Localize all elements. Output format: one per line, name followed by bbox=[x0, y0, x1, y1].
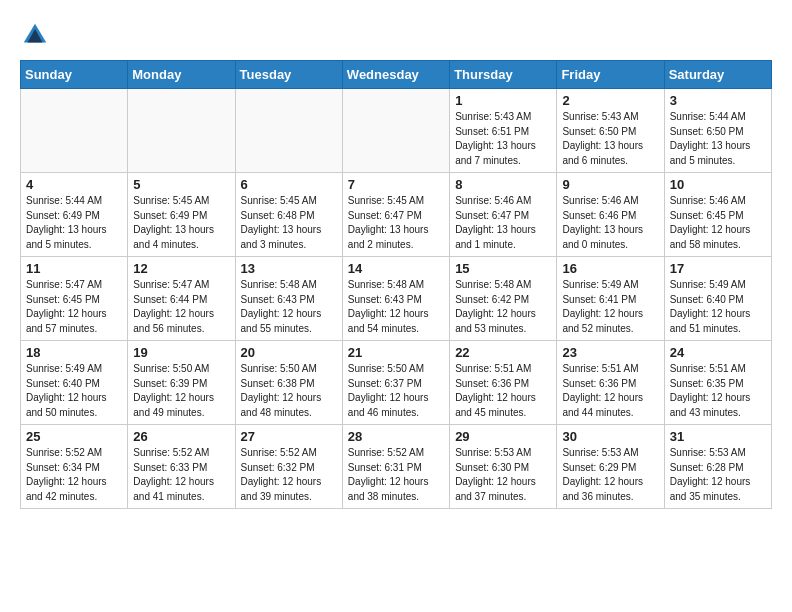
day-number: 6 bbox=[241, 177, 337, 192]
day-info: Sunrise: 5:52 AMSunset: 6:32 PMDaylight:… bbox=[241, 446, 337, 504]
day-number: 30 bbox=[562, 429, 658, 444]
day-number: 9 bbox=[562, 177, 658, 192]
day-info: Sunrise: 5:53 AMSunset: 6:30 PMDaylight:… bbox=[455, 446, 551, 504]
day-info: Sunrise: 5:49 AMSunset: 6:40 PMDaylight:… bbox=[670, 278, 766, 336]
day-number: 28 bbox=[348, 429, 444, 444]
calendar-week-row: 11Sunrise: 5:47 AMSunset: 6:45 PMDayligh… bbox=[21, 257, 772, 341]
day-number: 19 bbox=[133, 345, 229, 360]
day-info: Sunrise: 5:47 AMSunset: 6:44 PMDaylight:… bbox=[133, 278, 229, 336]
calendar-week-row: 18Sunrise: 5:49 AMSunset: 6:40 PMDayligh… bbox=[21, 341, 772, 425]
day-info: Sunrise: 5:47 AMSunset: 6:45 PMDaylight:… bbox=[26, 278, 122, 336]
weekday-header-wednesday: Wednesday bbox=[342, 61, 449, 89]
calendar-cell: 28Sunrise: 5:52 AMSunset: 6:31 PMDayligh… bbox=[342, 425, 449, 509]
day-info: Sunrise: 5:48 AMSunset: 6:43 PMDaylight:… bbox=[348, 278, 444, 336]
header bbox=[20, 20, 772, 50]
calendar-week-row: 25Sunrise: 5:52 AMSunset: 6:34 PMDayligh… bbox=[21, 425, 772, 509]
calendar-cell bbox=[128, 89, 235, 173]
calendar-cell: 21Sunrise: 5:50 AMSunset: 6:37 PMDayligh… bbox=[342, 341, 449, 425]
calendar-cell: 10Sunrise: 5:46 AMSunset: 6:45 PMDayligh… bbox=[664, 173, 771, 257]
day-number: 12 bbox=[133, 261, 229, 276]
day-number: 15 bbox=[455, 261, 551, 276]
day-number: 27 bbox=[241, 429, 337, 444]
day-info: Sunrise: 5:52 AMSunset: 6:34 PMDaylight:… bbox=[26, 446, 122, 504]
calendar-cell: 31Sunrise: 5:53 AMSunset: 6:28 PMDayligh… bbox=[664, 425, 771, 509]
calendar-cell: 17Sunrise: 5:49 AMSunset: 6:40 PMDayligh… bbox=[664, 257, 771, 341]
day-info: Sunrise: 5:48 AMSunset: 6:43 PMDaylight:… bbox=[241, 278, 337, 336]
calendar-cell: 25Sunrise: 5:52 AMSunset: 6:34 PMDayligh… bbox=[21, 425, 128, 509]
day-info: Sunrise: 5:50 AMSunset: 6:39 PMDaylight:… bbox=[133, 362, 229, 420]
day-info: Sunrise: 5:44 AMSunset: 6:49 PMDaylight:… bbox=[26, 194, 122, 252]
calendar-cell bbox=[21, 89, 128, 173]
day-info: Sunrise: 5:50 AMSunset: 6:37 PMDaylight:… bbox=[348, 362, 444, 420]
day-info: Sunrise: 5:44 AMSunset: 6:50 PMDaylight:… bbox=[670, 110, 766, 168]
calendar-table: SundayMondayTuesdayWednesdayThursdayFrid… bbox=[20, 60, 772, 509]
day-info: Sunrise: 5:51 AMSunset: 6:36 PMDaylight:… bbox=[455, 362, 551, 420]
calendar-week-row: 1Sunrise: 5:43 AMSunset: 6:51 PMDaylight… bbox=[21, 89, 772, 173]
calendar-cell: 15Sunrise: 5:48 AMSunset: 6:42 PMDayligh… bbox=[450, 257, 557, 341]
day-number: 13 bbox=[241, 261, 337, 276]
calendar-cell: 3Sunrise: 5:44 AMSunset: 6:50 PMDaylight… bbox=[664, 89, 771, 173]
day-number: 20 bbox=[241, 345, 337, 360]
day-number: 23 bbox=[562, 345, 658, 360]
calendar-cell: 5Sunrise: 5:45 AMSunset: 6:49 PMDaylight… bbox=[128, 173, 235, 257]
calendar-cell bbox=[342, 89, 449, 173]
day-number: 16 bbox=[562, 261, 658, 276]
weekday-header-saturday: Saturday bbox=[664, 61, 771, 89]
weekday-header-friday: Friday bbox=[557, 61, 664, 89]
calendar-cell: 22Sunrise: 5:51 AMSunset: 6:36 PMDayligh… bbox=[450, 341, 557, 425]
calendar-cell: 4Sunrise: 5:44 AMSunset: 6:49 PMDaylight… bbox=[21, 173, 128, 257]
calendar-cell: 7Sunrise: 5:45 AMSunset: 6:47 PMDaylight… bbox=[342, 173, 449, 257]
calendar-cell: 1Sunrise: 5:43 AMSunset: 6:51 PMDaylight… bbox=[450, 89, 557, 173]
day-number: 5 bbox=[133, 177, 229, 192]
calendar-cell bbox=[235, 89, 342, 173]
day-number: 4 bbox=[26, 177, 122, 192]
day-info: Sunrise: 5:53 AMSunset: 6:29 PMDaylight:… bbox=[562, 446, 658, 504]
day-info: Sunrise: 5:48 AMSunset: 6:42 PMDaylight:… bbox=[455, 278, 551, 336]
day-info: Sunrise: 5:43 AMSunset: 6:51 PMDaylight:… bbox=[455, 110, 551, 168]
calendar-cell: 30Sunrise: 5:53 AMSunset: 6:29 PMDayligh… bbox=[557, 425, 664, 509]
weekday-header-sunday: Sunday bbox=[21, 61, 128, 89]
weekday-header-tuesday: Tuesday bbox=[235, 61, 342, 89]
weekday-header-row: SundayMondayTuesdayWednesdayThursdayFrid… bbox=[21, 61, 772, 89]
calendar-cell: 14Sunrise: 5:48 AMSunset: 6:43 PMDayligh… bbox=[342, 257, 449, 341]
weekday-header-monday: Monday bbox=[128, 61, 235, 89]
calendar-cell: 23Sunrise: 5:51 AMSunset: 6:36 PMDayligh… bbox=[557, 341, 664, 425]
day-info: Sunrise: 5:45 AMSunset: 6:48 PMDaylight:… bbox=[241, 194, 337, 252]
day-info: Sunrise: 5:45 AMSunset: 6:49 PMDaylight:… bbox=[133, 194, 229, 252]
day-info: Sunrise: 5:49 AMSunset: 6:40 PMDaylight:… bbox=[26, 362, 122, 420]
calendar-cell: 2Sunrise: 5:43 AMSunset: 6:50 PMDaylight… bbox=[557, 89, 664, 173]
day-number: 1 bbox=[455, 93, 551, 108]
day-number: 29 bbox=[455, 429, 551, 444]
calendar-cell: 24Sunrise: 5:51 AMSunset: 6:35 PMDayligh… bbox=[664, 341, 771, 425]
calendar-cell: 29Sunrise: 5:53 AMSunset: 6:30 PMDayligh… bbox=[450, 425, 557, 509]
calendar-cell: 27Sunrise: 5:52 AMSunset: 6:32 PMDayligh… bbox=[235, 425, 342, 509]
day-number: 25 bbox=[26, 429, 122, 444]
day-number: 8 bbox=[455, 177, 551, 192]
calendar-cell: 19Sunrise: 5:50 AMSunset: 6:39 PMDayligh… bbox=[128, 341, 235, 425]
logo bbox=[20, 20, 54, 50]
day-info: Sunrise: 5:46 AMSunset: 6:47 PMDaylight:… bbox=[455, 194, 551, 252]
day-number: 24 bbox=[670, 345, 766, 360]
calendar-week-row: 4Sunrise: 5:44 AMSunset: 6:49 PMDaylight… bbox=[21, 173, 772, 257]
calendar-cell: 18Sunrise: 5:49 AMSunset: 6:40 PMDayligh… bbox=[21, 341, 128, 425]
logo-icon bbox=[20, 20, 50, 50]
day-number: 31 bbox=[670, 429, 766, 444]
day-info: Sunrise: 5:43 AMSunset: 6:50 PMDaylight:… bbox=[562, 110, 658, 168]
calendar-cell: 26Sunrise: 5:52 AMSunset: 6:33 PMDayligh… bbox=[128, 425, 235, 509]
day-number: 17 bbox=[670, 261, 766, 276]
day-number: 21 bbox=[348, 345, 444, 360]
day-number: 22 bbox=[455, 345, 551, 360]
weekday-header-thursday: Thursday bbox=[450, 61, 557, 89]
day-info: Sunrise: 5:51 AMSunset: 6:35 PMDaylight:… bbox=[670, 362, 766, 420]
day-info: Sunrise: 5:53 AMSunset: 6:28 PMDaylight:… bbox=[670, 446, 766, 504]
day-number: 7 bbox=[348, 177, 444, 192]
day-number: 26 bbox=[133, 429, 229, 444]
day-info: Sunrise: 5:52 AMSunset: 6:31 PMDaylight:… bbox=[348, 446, 444, 504]
day-info: Sunrise: 5:45 AMSunset: 6:47 PMDaylight:… bbox=[348, 194, 444, 252]
day-number: 2 bbox=[562, 93, 658, 108]
day-number: 10 bbox=[670, 177, 766, 192]
day-number: 18 bbox=[26, 345, 122, 360]
day-info: Sunrise: 5:49 AMSunset: 6:41 PMDaylight:… bbox=[562, 278, 658, 336]
day-info: Sunrise: 5:46 AMSunset: 6:46 PMDaylight:… bbox=[562, 194, 658, 252]
day-number: 3 bbox=[670, 93, 766, 108]
